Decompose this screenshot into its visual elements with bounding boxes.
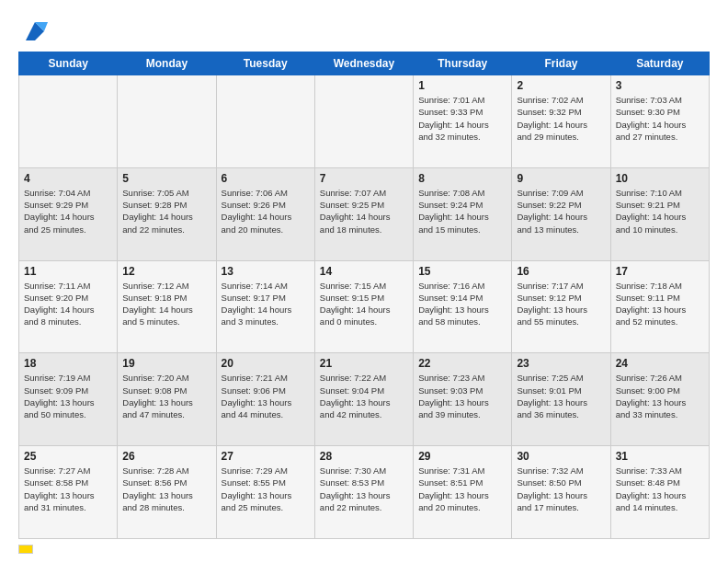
day-info: Sunrise: 7:15 AMSunset: 9:15 PMDaylight:… — [320, 280, 408, 328]
calendar-week: 4Sunrise: 7:04 AMSunset: 9:29 PMDaylight… — [19, 167, 710, 260]
day-info: Sunrise: 7:30 AMSunset: 8:53 PMDaylight:… — [320, 465, 408, 513]
day-number: 20 — [222, 357, 310, 370]
day-number: 16 — [517, 265, 605, 278]
calendar-cell: 4Sunrise: 7:04 AMSunset: 9:29 PMDaylight… — [19, 167, 118, 260]
day-number: 29 — [418, 450, 506, 463]
day-info: Sunrise: 7:22 AMSunset: 9:04 PMDaylight:… — [320, 372, 408, 420]
day-info: Sunrise: 7:04 AMSunset: 9:29 PMDaylight:… — [24, 187, 112, 236]
daylight-swatch — [18, 545, 33, 554]
day-info: Sunrise: 7:01 AMSunset: 9:33 PMDaylight:… — [418, 94, 506, 143]
day-info: Sunrise: 7:02 AMSunset: 9:32 PMDaylight:… — [517, 94, 605, 143]
day-number: 25 — [24, 450, 112, 463]
day-header: Wednesday — [314, 52, 413, 75]
calendar-cell: 26Sunrise: 7:28 AMSunset: 8:56 PMDayligh… — [118, 446, 216, 539]
day-info: Sunrise: 7:14 AMSunset: 9:17 PMDaylight:… — [222, 280, 310, 328]
day-info: Sunrise: 7:23 AMSunset: 9:03 PMDaylight:… — [418, 372, 506, 420]
day-info: Sunrise: 7:05 AMSunset: 9:28 PMDaylight:… — [122, 187, 210, 236]
day-number: 31 — [616, 450, 704, 463]
day-number: 19 — [122, 357, 210, 370]
day-info: Sunrise: 7:06 AMSunset: 9:26 PMDaylight:… — [222, 187, 310, 236]
calendar-week: 18Sunrise: 7:19 AMSunset: 9:09 PMDayligh… — [19, 353, 710, 446]
day-header: Sunday — [19, 52, 118, 75]
day-header: Saturday — [610, 52, 709, 75]
calendar-cell: 8Sunrise: 7:08 AMSunset: 9:24 PMDaylight… — [414, 167, 512, 260]
calendar-cell: 11Sunrise: 7:11 AMSunset: 9:20 PMDayligh… — [19, 260, 118, 353]
day-number: 13 — [222, 265, 310, 278]
calendar-cell: 3Sunrise: 7:03 AMSunset: 9:30 PMDaylight… — [610, 75, 709, 168]
calendar-cell: 25Sunrise: 7:27 AMSunset: 8:58 PMDayligh… — [19, 446, 118, 539]
day-number: 6 — [222, 172, 310, 185]
calendar-cell — [19, 75, 118, 168]
day-info: Sunrise: 7:08 AMSunset: 9:24 PMDaylight:… — [418, 187, 506, 236]
calendar-cell: 2Sunrise: 7:02 AMSunset: 9:32 PMDaylight… — [512, 75, 610, 168]
day-info: Sunrise: 7:16 AMSunset: 9:14 PMDaylight:… — [418, 280, 506, 328]
calendar-cell: 31Sunrise: 7:33 AMSunset: 8:48 PMDayligh… — [610, 446, 709, 539]
footer — [18, 545, 710, 554]
calendar-cell: 24Sunrise: 7:26 AMSunset: 9:00 PMDayligh… — [610, 353, 709, 446]
day-info: Sunrise: 7:25 AMSunset: 9:01 PMDaylight:… — [517, 372, 605, 420]
calendar-cell: 10Sunrise: 7:10 AMSunset: 9:21 PMDayligh… — [610, 167, 709, 260]
day-info: Sunrise: 7:03 AMSunset: 9:30 PMDaylight:… — [616, 94, 704, 143]
day-number: 4 — [24, 172, 112, 185]
calendar-cell: 7Sunrise: 7:07 AMSunset: 9:25 PMDaylight… — [314, 167, 413, 260]
day-number: 11 — [24, 265, 112, 278]
day-number: 8 — [418, 172, 506, 185]
day-number: 26 — [122, 450, 210, 463]
calendar-cell: 13Sunrise: 7:14 AMSunset: 9:17 PMDayligh… — [216, 260, 314, 353]
day-number: 28 — [320, 450, 408, 463]
calendar-cell: 30Sunrise: 7:32 AMSunset: 8:50 PMDayligh… — [512, 446, 610, 539]
calendar-cell: 27Sunrise: 7:29 AMSunset: 8:55 PMDayligh… — [216, 446, 314, 539]
day-number: 21 — [320, 357, 408, 370]
calendar-cell: 1Sunrise: 7:01 AMSunset: 9:33 PMDaylight… — [414, 75, 512, 168]
calendar-week: 25Sunrise: 7:27 AMSunset: 8:58 PMDayligh… — [19, 446, 710, 539]
day-info: Sunrise: 7:09 AMSunset: 9:22 PMDaylight:… — [517, 187, 605, 236]
day-info: Sunrise: 7:27 AMSunset: 8:58 PMDaylight:… — [24, 465, 112, 513]
day-number: 18 — [24, 357, 112, 370]
calendar-week: 11Sunrise: 7:11 AMSunset: 9:20 PMDayligh… — [19, 260, 710, 353]
day-info: Sunrise: 7:28 AMSunset: 8:56 PMDaylight:… — [122, 465, 210, 513]
calendar-cell: 21Sunrise: 7:22 AMSunset: 9:04 PMDayligh… — [314, 353, 413, 446]
day-number: 1 — [418, 79, 506, 92]
calendar-cell — [118, 75, 216, 168]
calendar-cell: 9Sunrise: 7:09 AMSunset: 9:22 PMDaylight… — [512, 167, 610, 260]
day-info: Sunrise: 7:21 AMSunset: 9:06 PMDaylight:… — [222, 372, 310, 420]
day-number: 5 — [122, 172, 210, 185]
calendar-cell: 19Sunrise: 7:20 AMSunset: 9:08 PMDayligh… — [118, 353, 216, 446]
calendar-table: SundayMondayTuesdayWednesdayThursdayFrid… — [18, 52, 710, 539]
calendar-cell: 15Sunrise: 7:16 AMSunset: 9:14 PMDayligh… — [414, 260, 512, 353]
calendar-cell: 23Sunrise: 7:25 AMSunset: 9:01 PMDayligh… — [512, 353, 610, 446]
day-info: Sunrise: 7:19 AMSunset: 9:09 PMDaylight:… — [24, 372, 112, 420]
day-number: 12 — [122, 265, 210, 278]
calendar-cell: 5Sunrise: 7:05 AMSunset: 9:28 PMDaylight… — [118, 167, 216, 260]
calendar-cell: 16Sunrise: 7:17 AMSunset: 9:12 PMDayligh… — [512, 260, 610, 353]
day-number: 3 — [616, 79, 704, 92]
day-info: Sunrise: 7:12 AMSunset: 9:18 PMDaylight:… — [122, 280, 210, 328]
logo — [18, 18, 48, 44]
day-info: Sunrise: 7:32 AMSunset: 8:50 PMDaylight:… — [517, 465, 605, 513]
day-info: Sunrise: 7:17 AMSunset: 9:12 PMDaylight:… — [517, 280, 605, 328]
day-header: Tuesday — [216, 52, 314, 75]
day-info: Sunrise: 7:29 AMSunset: 8:55 PMDaylight:… — [222, 465, 310, 513]
day-info: Sunrise: 7:18 AMSunset: 9:11 PMDaylight:… — [616, 280, 704, 328]
page: SundayMondayTuesdayWednesdayThursdayFrid… — [0, 0, 728, 563]
calendar-week: 1Sunrise: 7:01 AMSunset: 9:33 PMDaylight… — [19, 75, 710, 168]
day-header: Thursday — [414, 52, 512, 75]
day-number: 24 — [616, 357, 704, 370]
day-number: 2 — [517, 79, 605, 92]
day-info: Sunrise: 7:33 AMSunset: 8:48 PMDaylight:… — [616, 465, 704, 513]
calendar-cell: 18Sunrise: 7:19 AMSunset: 9:09 PMDayligh… — [19, 353, 118, 446]
header-row: SundayMondayTuesdayWednesdayThursdayFrid… — [19, 52, 710, 75]
calendar-cell: 12Sunrise: 7:12 AMSunset: 9:18 PMDayligh… — [118, 260, 216, 353]
calendar-cell: 6Sunrise: 7:06 AMSunset: 9:26 PMDaylight… — [216, 167, 314, 260]
day-number: 10 — [616, 172, 704, 185]
day-info: Sunrise: 7:11 AMSunset: 9:20 PMDaylight:… — [24, 280, 112, 328]
calendar-cell: 20Sunrise: 7:21 AMSunset: 9:06 PMDayligh… — [216, 353, 314, 446]
calendar-body: 1Sunrise: 7:01 AMSunset: 9:33 PMDaylight… — [19, 75, 710, 539]
day-info: Sunrise: 7:31 AMSunset: 8:51 PMDaylight:… — [418, 465, 506, 513]
day-info: Sunrise: 7:10 AMSunset: 9:21 PMDaylight:… — [616, 187, 704, 236]
day-info: Sunrise: 7:20 AMSunset: 9:08 PMDaylight:… — [122, 372, 210, 420]
day-header: Friday — [512, 52, 610, 75]
calendar-cell: 17Sunrise: 7:18 AMSunset: 9:11 PMDayligh… — [610, 260, 709, 353]
day-number: 7 — [320, 172, 408, 185]
calendar-cell: 22Sunrise: 7:23 AMSunset: 9:03 PMDayligh… — [414, 353, 512, 446]
